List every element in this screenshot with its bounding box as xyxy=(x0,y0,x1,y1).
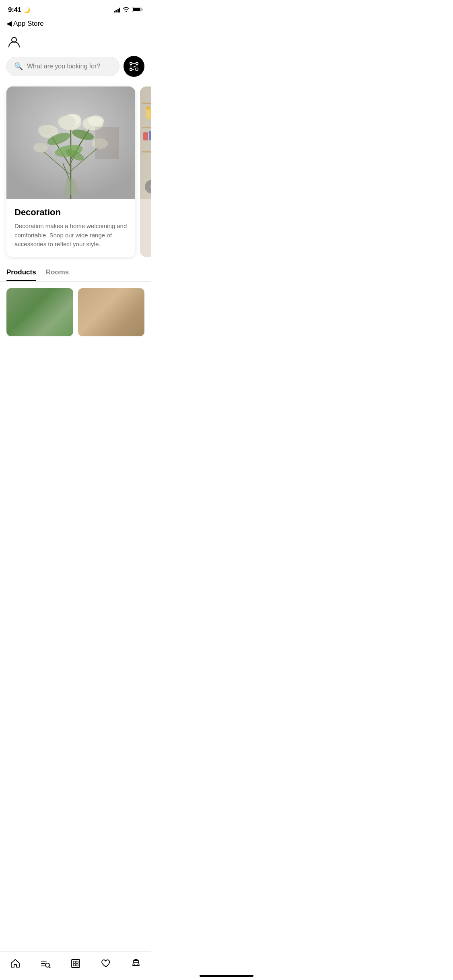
product-card-image-1 xyxy=(6,288,73,336)
svg-rect-5 xyxy=(130,68,132,70)
product-card-1[interactable] xyxy=(6,288,73,336)
svg-point-47 xyxy=(150,185,151,188)
tab-rooms[interactable]: Rooms xyxy=(46,268,69,281)
profile-icon[interactable] xyxy=(6,34,22,49)
barcode-button[interactable] xyxy=(124,56,144,77)
svg-point-26 xyxy=(58,115,76,128)
svg-rect-45 xyxy=(149,131,151,140)
signal-icon xyxy=(114,8,121,12)
hero-card-image xyxy=(6,86,135,199)
svg-rect-41 xyxy=(142,151,151,152)
tab-products[interactable]: Products xyxy=(6,268,36,281)
svg-point-43 xyxy=(146,106,150,110)
moon-icon: 🌙 xyxy=(23,7,30,13)
svg-rect-42 xyxy=(146,109,151,119)
svg-rect-39 xyxy=(142,103,151,104)
profile-section[interactable] xyxy=(0,31,151,56)
svg-point-31 xyxy=(33,143,48,152)
svg-rect-37 xyxy=(95,127,119,159)
hero-card-title: Decoration xyxy=(14,207,127,218)
svg-rect-3 xyxy=(130,62,132,64)
back-label: App Store xyxy=(13,20,44,28)
hero-card-desc: Decoration makes a home welcoming and co… xyxy=(14,222,127,249)
battery-icon xyxy=(132,6,143,14)
products-grid xyxy=(0,282,151,343)
carousel-section[interactable]: Decoration Decoration makes a home welco… xyxy=(0,83,151,260)
hero-card-decoration[interactable]: Decoration Decoration makes a home welco… xyxy=(6,86,135,257)
hero-card-body: Decoration Decoration makes a home welco… xyxy=(6,199,135,257)
svg-rect-40 xyxy=(142,127,151,128)
svg-point-28 xyxy=(38,125,52,135)
status-bar: 9:41 🌙 xyxy=(0,0,151,18)
nav-back[interactable]: ◀ App Store xyxy=(0,18,151,31)
svg-point-30 xyxy=(88,115,104,126)
tabs-section: Products Rooms xyxy=(0,260,151,282)
peek-image xyxy=(140,86,151,199)
search-section: 🔍 xyxy=(0,56,151,83)
search-icon: 🔍 xyxy=(14,62,23,71)
svg-rect-4 xyxy=(136,62,138,64)
svg-rect-1 xyxy=(133,8,140,11)
hero-card-peek[interactable] xyxy=(140,86,151,257)
search-bar[interactable]: 🔍 xyxy=(6,57,119,76)
status-time: 9:41 xyxy=(8,6,21,14)
search-input[interactable] xyxy=(27,63,112,70)
product-card-image-2 xyxy=(78,288,145,336)
status-icons xyxy=(114,6,143,14)
back-chevron-icon: ◀ xyxy=(6,19,12,28)
product-card-2[interactable] xyxy=(78,288,145,336)
carousel-wrapper: Decoration Decoration makes a home welco… xyxy=(6,86,151,257)
wifi-icon xyxy=(123,6,130,14)
svg-rect-44 xyxy=(143,132,148,140)
